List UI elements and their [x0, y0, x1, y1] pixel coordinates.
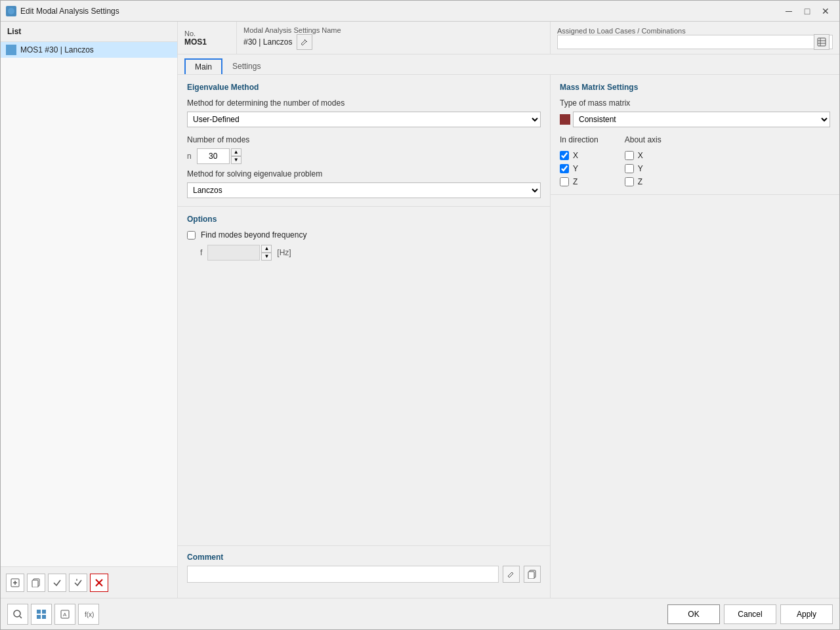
axis-x-label: X [638, 151, 643, 160]
freq-prefix: f [200, 248, 202, 257]
table-icon-button[interactable] [814, 34, 830, 50]
modes-up[interactable]: ▲ [231, 148, 242, 156]
minimize-button[interactable]: ─ [780, 5, 797, 18]
item-icon [6, 45, 16, 55]
tab-settings[interactable]: Settings [222, 58, 270, 74]
comment-row [187, 566, 541, 583]
svg-rect-19 [37, 610, 41, 614]
dir-y-checkbox[interactable] [560, 164, 569, 173]
axis-col: About axis X Y [625, 135, 662, 186]
freq-input: ▲ ▼ [207, 245, 272, 261]
eigenvalue-title: Eigenvalue Method [187, 83, 541, 92]
sidebar-item[interactable]: MOS1 #30 | Lanczos [1, 42, 177, 58]
type-label: Type of mass matrix [560, 98, 830, 108]
axis-x-checkbox[interactable] [625, 151, 634, 160]
main-content: List MOS1 #30 | Lanczos [1, 22, 839, 598]
svg-rect-20 [42, 610, 46, 614]
window-controls: ─ □ ✕ [780, 5, 834, 18]
type-select[interactable]: Consistent Lumped Diagonal [573, 112, 830, 127]
header-row: No. MOS1 Modal Analysis Settings Name #3… [178, 22, 839, 54]
axis-z-checkbox[interactable] [625, 177, 634, 186]
dir-y-item: Y [560, 164, 598, 173]
check1-button[interactable] [48, 574, 66, 592]
modes-group: Number of modes n ▲ ▼ [187, 135, 541, 164]
solving-select[interactable]: Lanczos Subspace Ritz [187, 182, 541, 198]
options-section: Options Find modes beyond frequency f ▲ [178, 207, 550, 545]
modes-spin: ▲ ▼ [231, 148, 242, 164]
window-title: Edit Modal Analysis Settings [20, 7, 780, 16]
name-label: Modal Analysis Settings Name [243, 26, 543, 34]
freq-value-input[interactable] [207, 245, 260, 261]
checkbox-group: In direction X Y [560, 135, 830, 186]
modes-input: ▲ ▼ [197, 148, 242, 164]
title-bar: Edit Modal Analysis Settings ─ □ ✕ [1, 1, 839, 22]
method-label: Method for determining the number of mod… [187, 98, 541, 108]
direction-col: In direction X Y [560, 135, 598, 186]
header-assigned: Assigned to Load Cases / Combinations [551, 22, 839, 54]
comment-copy-btn[interactable] [524, 566, 541, 583]
content-right: Mass Matrix Settings Type of mass matrix… [551, 75, 839, 598]
assigned-label: Assigned to Load Cases / Combinations [557, 27, 833, 35]
header-name: Modal Analysis Settings Name #30 | Lancz… [237, 22, 551, 54]
options-title: Options [187, 215, 541, 224]
svg-rect-21 [37, 615, 41, 619]
bottom-right-buttons: OK Cancel Apply [667, 604, 833, 624]
freq-unit: [Hz] [277, 248, 291, 257]
solving-group: Method for solving eigenvalue problem La… [187, 169, 541, 198]
sidebar-list: MOS1 #30 | Lanczos [1, 42, 177, 566]
add-button[interactable] [6, 574, 24, 592]
modes-value-input[interactable] [197, 148, 230, 164]
tool-search-button[interactable] [7, 604, 28, 625]
svg-text:f(x): f(x) [85, 611, 94, 618]
mass-matrix-title: Mass Matrix Settings [560, 83, 830, 92]
axis-y-item: Y [625, 164, 662, 173]
freq-up[interactable]: ▲ [261, 245, 272, 253]
maximize-button[interactable]: □ [799, 5, 816, 18]
close-button[interactable]: ✕ [817, 5, 834, 18]
right-bottom-area [551, 195, 839, 598]
solving-label: Method for solving eigenvalue problem [187, 169, 541, 178]
modes-down[interactable]: ▼ [231, 156, 242, 164]
find-modes-row: Find modes beyond frequency [187, 230, 541, 240]
tool-grid-button[interactable] [31, 604, 52, 625]
dir-y-label: Y [573, 164, 578, 173]
ok-button[interactable]: OK [667, 604, 720, 624]
method-select[interactable]: User-Defined Auto Manual [187, 112, 541, 127]
dir-x-label: X [573, 151, 578, 160]
tool-formula-button[interactable]: f(x) [78, 604, 99, 625]
find-modes-checkbox[interactable] [187, 231, 196, 240]
comment-edit-btn[interactable] [503, 566, 520, 583]
direction-header: In direction [560, 135, 598, 144]
find-modes-label: Find modes beyond frequency [201, 230, 306, 240]
freq-down[interactable]: ▼ [261, 253, 272, 261]
dir-z-checkbox[interactable] [560, 177, 569, 186]
bottom-toolbar: A f(x) OK Cancel Apply [1, 598, 839, 629]
dir-z-item: Z [560, 177, 598, 186]
freq-spin: ▲ ▼ [261, 245, 272, 261]
tab-main[interactable]: Main [184, 58, 222, 74]
edit-name-button[interactable] [297, 34, 312, 50]
method-dropdown-row: User-Defined Auto Manual [187, 112, 541, 127]
delete-button[interactable] [90, 574, 108, 592]
axis-z-item: Z [625, 177, 662, 186]
tool-text-button[interactable]: A [54, 604, 75, 625]
dir-x-checkbox[interactable] [560, 151, 569, 160]
svg-rect-6 [32, 580, 38, 587]
checkbox-area: In direction X Y [560, 135, 830, 186]
solving-dropdown-row: Lanczos Subspace Ritz [187, 182, 541, 198]
axis-z-label: Z [638, 177, 642, 186]
cancel-button[interactable]: Cancel [724, 604, 776, 624]
bottom-left-tools: A f(x) [7, 604, 667, 625]
comment-input[interactable] [187, 566, 499, 583]
app-icon [6, 6, 16, 16]
axis-y-checkbox[interactable] [625, 164, 634, 173]
check2-button[interactable] [69, 574, 87, 592]
right-panel: No. MOS1 Modal Analysis Settings Name #3… [178, 22, 839, 598]
no-label: No. [184, 30, 230, 37]
modes-row: n ▲ ▼ [187, 148, 541, 164]
name-text: #30 | Lanczos [243, 37, 293, 47]
apply-button[interactable]: Apply [780, 604, 833, 624]
copy-button[interactable] [27, 574, 45, 592]
svg-rect-11 [818, 38, 826, 46]
svg-point-17 [14, 610, 20, 617]
